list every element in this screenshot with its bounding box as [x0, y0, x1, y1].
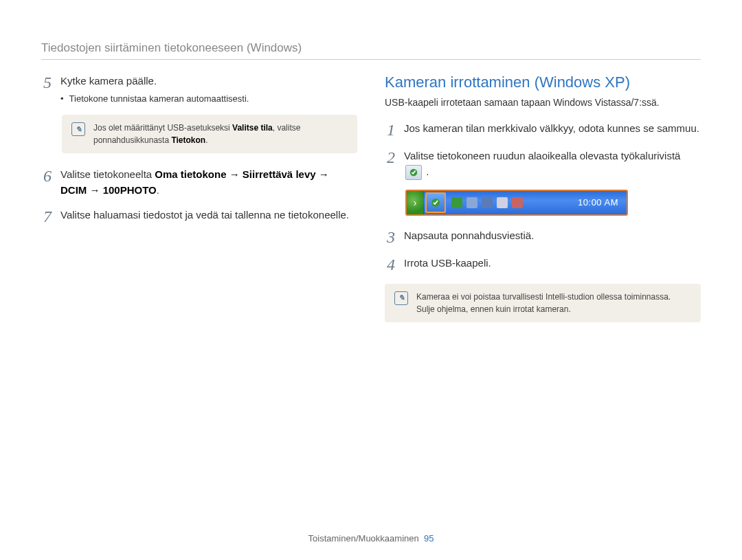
step-text-segment: . [426, 166, 429, 177]
step-6: 6 Valitse tietokoneelta Oma tietokone → … [41, 167, 357, 198]
step-1: 1 Jos kameran tilan merkkivalo välkkyy, … [385, 121, 701, 139]
step-body: Kytke kamera päälle. Tietokone tunnistaa… [60, 74, 357, 105]
bullet-text: Tietokone tunnistaa kameran automaattise… [69, 92, 249, 106]
page-header-title: Tiedostojen siirtäminen tietokoneeseen (… [41, 41, 701, 55]
safely-remove-tray-highlighted [425, 192, 446, 213]
manual-page: Tiedostojen siirtäminen tietokoneeseen (… [0, 0, 742, 560]
step-body: Jos kameran tilan merkkivalo välkkyy, od… [404, 121, 701, 137]
note-bold: Valitse tila [232, 123, 273, 133]
note-icon: ✎ [71, 122, 85, 136]
taskbar-clock: 10:00 AM [570, 191, 627, 214]
step-7: 7 Valitse haluamasi tiedostot ja vedä ta… [41, 208, 357, 225]
tray-network-icon [482, 197, 493, 208]
step-body: Valitse tietokoneelta Oma tietokone → Si… [60, 167, 357, 198]
section-subtitle: USB-kaapeli irrotetaan samaan tapaan Win… [385, 96, 701, 110]
step-number: 2 [385, 148, 397, 166]
step-number: 4 [385, 256, 397, 273]
footer-section: Toistaminen/Muokkaaminen [308, 533, 419, 544]
note-bold: Tietokon [171, 135, 205, 145]
step-text-segment: . [157, 184, 159, 196]
step-number: 5 [41, 74, 54, 91]
step-number: 6 [41, 167, 54, 185]
step-bullet: Tietokone tunnistaa kameran automaattise… [60, 92, 357, 106]
tray-misc-icon [512, 197, 523, 208]
step-3: 3 Napsauta ponnahdusviestiä. [385, 228, 701, 246]
step-text: Kytke kamera päälle. [60, 74, 357, 89]
two-column-layout: 5 Kytke kamera päälle. Tietokone tunnist… [41, 74, 701, 336]
note-box-usb-mode: ✎ Jos olet määrittänyt USB-asetukseksi V… [62, 115, 357, 153]
step-text-segment: Valitse tietokoneelta [60, 168, 155, 180]
system-tray-icons [447, 191, 570, 214]
note-segment: . [205, 135, 207, 145]
step-body: Valitse tietokoneen ruudun alaoikealla o… [404, 148, 701, 180]
note-text: Jos olet määrittänyt USB-asetukseksi Val… [93, 122, 348, 146]
left-column: 5 Kytke kamera päälle. Tietokone tunnist… [41, 74, 357, 336]
note-text: Kameraa ei voi poistaa turvallisesti Int… [416, 291, 671, 315]
note-line: Sulje ohjelma, ennen kuin irrotat kamera… [416, 303, 671, 315]
step-number: 7 [41, 208, 54, 225]
tray-shield-icon [451, 197, 462, 208]
section-heading: Kameran irrottaminen (Windows XP) [385, 74, 701, 91]
step-4: 4 Irrota USB-kaapeli. [385, 256, 701, 273]
step-number: 1 [385, 121, 397, 139]
step-body: Napsauta ponnahdusviestiä. [404, 228, 701, 244]
tray-monitor-icon [466, 197, 477, 208]
step-2: 2 Valitse tietokoneen ruudun alaoikealla… [385, 148, 701, 180]
header-divider [41, 59, 701, 60]
step-body: Irrota USB-kaapeli. [404, 256, 701, 271]
note-icon: ✎ [394, 291, 408, 305]
step-number: 3 [385, 228, 397, 246]
safely-remove-icon [405, 165, 422, 180]
step-text-segment: Valitse tietokoneen ruudun alaoikealla o… [404, 150, 680, 161]
note-segment: Jos olet määrittänyt USB-asetukseksi [93, 123, 232, 133]
step-body: Valitse haluamasi tiedostot ja vedä tai … [60, 208, 357, 223]
step-5: 5 Kytke kamera päälle. Tietokone tunnist… [41, 74, 357, 105]
right-column: Kameran irrottaminen (Windows XP) USB-ka… [385, 74, 701, 336]
note-line: Kameraa ei voi poistaa turvallisesti Int… [416, 291, 671, 303]
tray-volume-icon [497, 197, 508, 208]
page-footer: Toistaminen/Muokkaaminen 95 [0, 533, 742, 544]
windows-xp-taskbar-screenshot: › 10:00 AM [405, 190, 628, 216]
page-number: 95 [424, 533, 434, 544]
note-box-intelli-studio: ✎ Kameraa ei voi poistaa turvallisesti I… [385, 284, 701, 322]
start-arrow-icon: › [407, 191, 424, 214]
